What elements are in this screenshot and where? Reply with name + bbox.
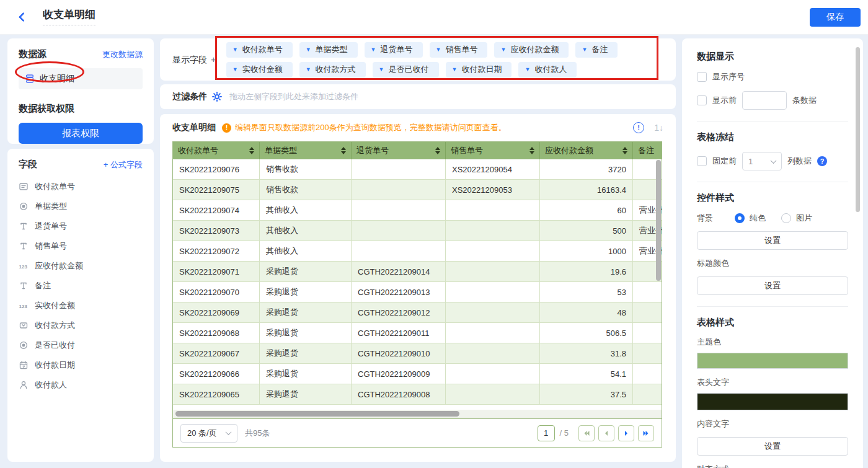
- total-count: 共95条: [245, 428, 270, 439]
- table-cell: 采购退货: [260, 323, 352, 343]
- prev-page-button[interactable]: [598, 425, 614, 441]
- table-cell: SK20221209075: [173, 180, 260, 200]
- report-permission-button[interactable]: 报表权限: [19, 123, 143, 144]
- table-cell: [446, 323, 540, 343]
- page-size-select[interactable]: 20 条/页: [180, 424, 237, 443]
- table-cell: 其他收入: [260, 200, 352, 220]
- show-index-label: 显示序号: [712, 71, 745, 82]
- display-field-chip[interactable]: ▼实收付金额: [226, 62, 293, 77]
- field-item[interactable]: 123实收付金额: [19, 296, 143, 316]
- formula-field-link[interactable]: + 公式字段: [104, 159, 143, 170]
- display-field-chip[interactable]: ▼收付款人: [518, 62, 577, 77]
- background-set-button[interactable]: 设置: [697, 231, 848, 250]
- gear-icon[interactable]: [212, 92, 222, 102]
- sort-carets-icon: [622, 147, 627, 154]
- column-header-label: 单据类型: [265, 145, 297, 156]
- sort-order-icon[interactable]: 1↓: [654, 123, 663, 133]
- field-item[interactable]: 收付款人: [19, 375, 143, 395]
- table-cell: 37.5: [540, 384, 633, 404]
- datasource-item[interactable]: 收支明细: [19, 68, 143, 89]
- back-icon[interactable]: [19, 12, 29, 22]
- content-text-set-button[interactable]: 设置: [697, 437, 848, 456]
- freeze-count-select[interactable]: 1: [742, 152, 782, 170]
- table-cell: SK20221209066: [173, 364, 260, 384]
- add-field-button[interactable]: +: [211, 54, 216, 64]
- field-label: 收付款日期: [35, 360, 75, 371]
- theme-color-swatch[interactable]: [697, 353, 848, 369]
- field-item[interactable]: 退货单号: [19, 216, 143, 236]
- header-text-label: 表头文字: [697, 377, 848, 388]
- header-text-color-swatch[interactable]: [697, 393, 848, 410]
- field-item[interactable]: 单据类型: [19, 196, 143, 216]
- column-header[interactable]: 退货单号: [352, 142, 446, 159]
- freeze-checkbox[interactable]: [697, 156, 707, 166]
- table-cell: CGTH20221209010: [352, 343, 446, 363]
- chevron-down-icon: ▼: [232, 46, 238, 53]
- field-item[interactable]: 是否已收付: [19, 335, 143, 355]
- change-datasource-link[interactable]: 更改数据源: [102, 49, 143, 60]
- column-header[interactable]: 单据类型: [260, 142, 352, 159]
- chip-label: 收付款日期: [461, 64, 502, 75]
- chip-label: 是否已收付: [389, 64, 429, 75]
- display-field-chip[interactable]: ▼是否已收付: [373, 62, 439, 77]
- title-color-label: 标题颜色: [697, 258, 848, 269]
- display-field-chip[interactable]: ▼备注: [575, 42, 618, 58]
- top-count-input[interactable]: [742, 91, 787, 110]
- table-style-heading: 表格样式: [697, 317, 848, 329]
- panel-scrollbar[interactable]: [856, 47, 860, 212]
- solid-color-radio[interactable]: [735, 213, 745, 223]
- title-color-set-button[interactable]: 设置: [697, 276, 848, 295]
- column-header[interactable]: 销售单号: [446, 142, 540, 159]
- chevron-down-icon: ▼: [525, 66, 530, 73]
- radio-field-icon: [19, 201, 29, 211]
- field-label: 退货单号: [35, 221, 67, 232]
- next-page-button[interactable]: [618, 425, 634, 441]
- field-item[interactable]: 收付款方式: [19, 316, 143, 335]
- last-page-button[interactable]: [638, 425, 654, 441]
- help-icon[interactable]: ?: [817, 156, 827, 166]
- theme-color-label: 主题色: [697, 337, 848, 348]
- image-radio[interactable]: [781, 213, 791, 223]
- field-item[interactable]: 收付款单号: [19, 177, 143, 196]
- filter-label: 过滤条件: [172, 91, 207, 102]
- chevron-down-icon: ▼: [582, 46, 587, 53]
- table-cell: [633, 302, 662, 322]
- column-header[interactable]: 应收付款金额: [540, 142, 633, 159]
- first-page-button[interactable]: [578, 425, 595, 441]
- save-button[interactable]: 保存: [810, 8, 861, 27]
- table-header-row: 收付款单号单据类型退货单号销售单号应收付款金额备注: [173, 142, 662, 159]
- display-field-chip[interactable]: ▼收付款单号: [226, 42, 293, 58]
- page-number-input[interactable]: 1: [538, 425, 555, 441]
- table-row: SK20221209075销售收款XS2022120905316163.4: [173, 180, 662, 200]
- table-cell: 其他收入: [260, 221, 352, 241]
- field-item[interactable]: 销售单号: [19, 236, 143, 256]
- table-cell: [633, 323, 662, 343]
- column-header[interactable]: 收付款单号: [173, 142, 260, 159]
- table-cell: [446, 302, 540, 322]
- show-index-checkbox[interactable]: [697, 72, 707, 82]
- vertical-scrollbar[interactable]: [656, 160, 661, 281]
- display-field-chip[interactable]: ▼退货单号: [365, 42, 423, 58]
- field-item[interactable]: 收付款日期: [19, 355, 143, 375]
- table-cell: [446, 364, 540, 384]
- table-cell: [446, 282, 540, 302]
- field-item[interactable]: 123应收付款金额: [19, 256, 143, 276]
- table-row: SK20221209069采购退货CGTH2022120901248: [173, 302, 662, 323]
- display-field-chip[interactable]: ▼收付款方式: [299, 62, 366, 77]
- field-item[interactable]: 备注: [19, 276, 143, 296]
- info-icon[interactable]: !: [633, 122, 644, 133]
- pagination-bar: 20 条/页 共95条 1 / 5: [173, 418, 662, 447]
- table-cell: [446, 200, 540, 220]
- table-cell: SK20221209070: [173, 282, 260, 302]
- table-cell: [446, 343, 540, 363]
- display-field-chip[interactable]: ▼收付款日期: [446, 62, 512, 77]
- show-top-checkbox[interactable]: [697, 95, 707, 105]
- table-cell: [446, 384, 540, 404]
- display-field-chip[interactable]: ▼单据类型: [299, 42, 358, 58]
- column-header[interactable]: 备注: [633, 142, 662, 159]
- filter-drop-placeholder[interactable]: 拖动左侧字段到此处来添加过滤条件: [229, 91, 358, 102]
- display-field-chip[interactable]: ▼销售单号: [430, 42, 488, 58]
- horizontal-scrollbar[interactable]: [175, 411, 459, 417]
- display-field-chip[interactable]: ▼应收付款金额: [494, 42, 569, 58]
- table-row: SK20221209070采购退货CGTH2022120901353: [173, 282, 662, 302]
